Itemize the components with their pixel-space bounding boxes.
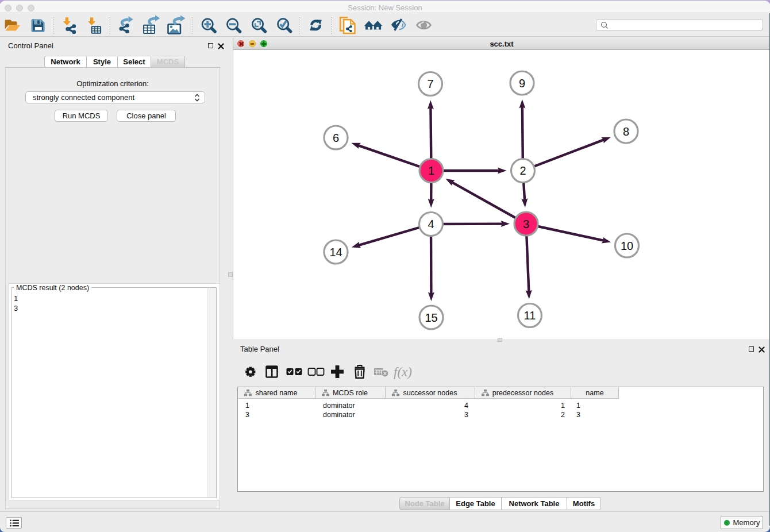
- svg-text:f(x): f(x): [394, 365, 412, 379]
